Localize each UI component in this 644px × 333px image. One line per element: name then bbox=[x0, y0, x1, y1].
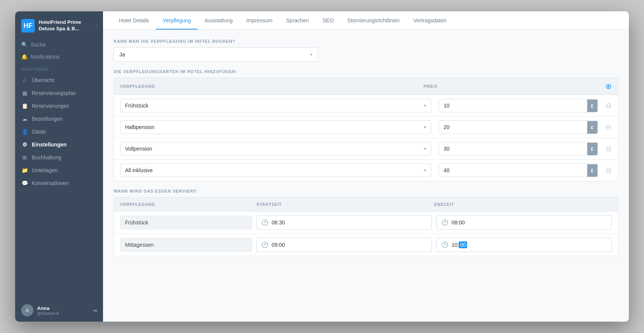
type-dropdown-3[interactable]: All inklusive ▾ bbox=[120, 163, 431, 177]
grid-icon: ⊞ bbox=[21, 154, 28, 160]
remove-row-button-0[interactable]: ⊖ bbox=[605, 101, 612, 110]
tab-stornierungsrichtlinien[interactable]: Stornierungsrichtlinien bbox=[341, 11, 407, 30]
bell-icon: 🔔 bbox=[21, 54, 28, 60]
sidebar-item-label: Bestellungen bbox=[32, 116, 63, 122]
remove-row-button-2[interactable]: ⊖ bbox=[605, 144, 612, 153]
sidebar-footer: A Anna @System A ⇥ bbox=[15, 299, 103, 322]
booking-value: Ja bbox=[119, 51, 125, 58]
sidebar-item-buchhaltung[interactable]: ⊞ Buchhaltung bbox=[15, 151, 103, 164]
col-verpflegung: VERPFLEGUNG bbox=[120, 84, 424, 89]
folder-icon: 📁 bbox=[21, 167, 28, 173]
tab-sprachen[interactable]: Sprachen bbox=[279, 11, 316, 30]
tab-impressum[interactable]: Impressum bbox=[239, 11, 279, 30]
start-time-value-0: 06:30 bbox=[272, 219, 285, 226]
price-input-2[interactable] bbox=[439, 142, 587, 155]
chevron-down-icon: ▾ bbox=[424, 103, 426, 108]
type-value: Halbpension bbox=[125, 124, 155, 130]
serve-time-label: WANN WIRD DAS ESSEN SERVIERT: bbox=[114, 189, 618, 193]
chevron-down-icon: ▾ bbox=[424, 146, 426, 151]
tab-hotel-details[interactable]: Hotel Details bbox=[112, 11, 156, 30]
add-types-label: DIE VERPFLEGUNGSARTEN IM HOTEL HINZUFÜGE… bbox=[114, 69, 618, 74]
type-dropdown-0[interactable]: Frühstück ▾ bbox=[120, 99, 431, 112]
end-time-selected: 00 bbox=[459, 241, 467, 248]
sidebar-item-einstellungen[interactable]: ⚙ Einstellungen bbox=[15, 138, 103, 151]
time-table-header: VERPFLEGUNG STARTZEIT ENDZEIT bbox=[114, 198, 618, 212]
clock-icon: 🕐 bbox=[441, 241, 449, 248]
sidebar-item-gaste[interactable]: 👤 Gäste bbox=[15, 125, 103, 138]
price-field-2: £ bbox=[439, 142, 598, 156]
sidebar-item-search[interactable]: 🔍 Suche bbox=[15, 39, 103, 51]
end-time-0[interactable]: 🕐 08:00 bbox=[436, 215, 612, 230]
sidebar-item-label: Einstellungen bbox=[32, 142, 67, 148]
sidebar-hotel[interactable]: HF HotelFriend Prime Deluxe Spa & B... › bbox=[15, 11, 103, 39]
sidebar-item-label: Reservierungsplan bbox=[32, 90, 76, 96]
notifications-label: Notifications bbox=[31, 54, 59, 60]
start-time-0[interactable]: 🕐 06:30 bbox=[256, 215, 432, 230]
sidebar-item-label: Reservierungen bbox=[32, 103, 69, 109]
sidebar-section-label: HAUPTMENÜ bbox=[15, 63, 103, 74]
table-row: Vollpension ▾ £ ⊖ bbox=[114, 138, 618, 160]
content-area: KANN MAN DIE VERPFLEGUNG IM HOTEL BUCHEN… bbox=[103, 30, 629, 322]
chevron-right-icon: › bbox=[95, 23, 97, 28]
footer-user: Anna @System A bbox=[37, 305, 88, 316]
sidebar-logo: HF bbox=[21, 19, 35, 33]
price-input-0[interactable] bbox=[439, 99, 587, 112]
price-input-3[interactable] bbox=[439, 164, 587, 177]
price-input-1[interactable] bbox=[439, 121, 587, 134]
chevron-down-icon: ▾ bbox=[424, 124, 426, 130]
add-row-button[interactable]: ⊕ bbox=[605, 82, 612, 90]
end-time-1[interactable]: 🕐 10:00 bbox=[436, 238, 612, 252]
currency-badge-1: £ bbox=[587, 121, 597, 134]
sidebar-item-konversationen[interactable]: 💬 Konversationen bbox=[15, 177, 103, 190]
start-time-1[interactable]: 🕐 09:00 bbox=[256, 238, 432, 252]
sidebar: HF HotelFriend Prime Deluxe Spa & B... ›… bbox=[15, 11, 103, 322]
table-row: Frühstück ▾ £ ⊖ bbox=[114, 95, 618, 117]
type-dropdown-2[interactable]: Vollpension ▾ bbox=[120, 142, 431, 156]
tab-verpflegung[interactable]: Verpflegung bbox=[156, 11, 198, 30]
type-value: Frühstück bbox=[125, 103, 148, 109]
sidebar-item-bestellungen[interactable]: ☁ Bestellungen bbox=[15, 112, 103, 125]
col-time-end: ENDZEIT bbox=[434, 202, 612, 207]
sidebar-divider bbox=[103, 11, 103, 322]
table-row: Halbpension ▾ £ ⊖ bbox=[114, 117, 618, 138]
sidebar-item-unterlagen[interactable]: 📁 Unterlagen bbox=[15, 164, 103, 177]
sidebar-item-reservierungen[interactable]: 📋 Reservierungen bbox=[15, 100, 103, 112]
end-time-value-1: 10:00 bbox=[452, 242, 467, 248]
types-table-header: VERPFLEGUNG PREIS ⊕ bbox=[114, 78, 618, 95]
price-field-3: £ bbox=[439, 163, 598, 177]
tabs-bar: Hotel Details Verpflegung Ausstattung Im… bbox=[103, 11, 629, 30]
sidebar-item-label: Unterlagen bbox=[32, 167, 58, 173]
sidebar-item-notifications[interactable]: 🔔 Notifications bbox=[15, 51, 103, 63]
sidebar-item-label: Konversationen bbox=[32, 180, 69, 186]
search-icon: 🔍 bbox=[21, 42, 28, 48]
types-table: VERPFLEGUNG PREIS ⊕ Frühstück ▾ £ ⊖ bbox=[114, 78, 618, 181]
remove-row-button-1[interactable]: ⊖ bbox=[605, 123, 612, 132]
col-time-start: STARTZEIT bbox=[256, 202, 434, 207]
type-value: Vollpension bbox=[125, 146, 152, 152]
clock-icon: 🕐 bbox=[441, 219, 449, 226]
sidebar-item-reservierungsplan[interactable]: ▦ Reservierungsplan bbox=[15, 87, 103, 100]
clock-icon: 🕐 bbox=[261, 241, 269, 248]
sidebar-item-label: Buchhaltung bbox=[32, 154, 61, 160]
time-row-1: Mittagessen 🕐 09:00 🕐 10:00 bbox=[114, 234, 618, 256]
main-content: Hotel Details Verpflegung Ausstattung Im… bbox=[103, 11, 629, 322]
tab-vertragsdaten[interactable]: Vertragsdaten bbox=[406, 11, 453, 30]
table-row: All inklusive ▾ £ ⊖ bbox=[114, 160, 618, 181]
remove-row-button-3[interactable]: ⊖ bbox=[605, 166, 612, 175]
type-value: All inklusive bbox=[125, 167, 153, 173]
logout-icon[interactable]: ⇥ bbox=[92, 307, 97, 314]
home-icon: ⌂ bbox=[21, 77, 28, 83]
col-time-verpflegung: VERPFLEGUNG bbox=[120, 202, 256, 207]
currency-badge-0: £ bbox=[587, 100, 597, 112]
chevron-down-icon: ▾ bbox=[310, 52, 313, 57]
sidebar-item-ubersicht[interactable]: ⌂ Übersicht bbox=[15, 74, 103, 87]
sidebar-item-label: Gäste bbox=[32, 129, 46, 135]
time-type-0: Frühstück bbox=[120, 216, 252, 229]
type-dropdown-1[interactable]: Halbpension ▾ bbox=[120, 120, 431, 134]
tab-seo[interactable]: SEO bbox=[316, 11, 341, 30]
sidebar-hotel-name: HotelFriend Prime Deluxe Spa & B... bbox=[39, 19, 92, 32]
price-field-0: £ bbox=[439, 99, 598, 112]
tab-ausstattung[interactable]: Ausstattung bbox=[198, 11, 239, 30]
cloud-icon: ☁ bbox=[21, 116, 28, 122]
booking-dropdown[interactable]: Ja ▾ bbox=[114, 47, 318, 62]
